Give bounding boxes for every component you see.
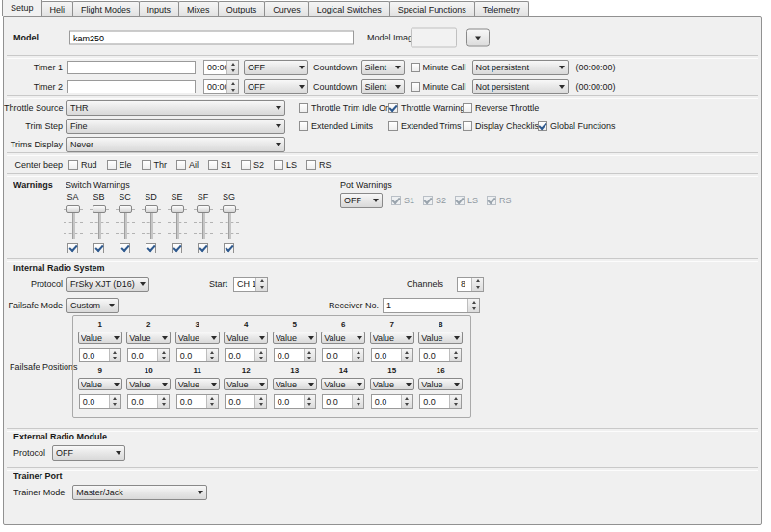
center-beep-s1-checkbox[interactable]: S1 bbox=[208, 160, 231, 170]
failsafe-type-select[interactable]: Value bbox=[78, 332, 122, 344]
timer-2-time-spinbox[interactable]: 00:00 bbox=[203, 79, 239, 94]
timer-2-mode-select[interactable]: OFF bbox=[244, 79, 308, 94]
failsafe-value-spinbox[interactable]: 0.0 bbox=[79, 348, 121, 362]
spinner-up-icon[interactable] bbox=[227, 80, 238, 87]
spinner-down-icon[interactable] bbox=[158, 402, 169, 409]
tab-mixes[interactable]: Mixes bbox=[178, 1, 219, 16]
switch-position-slider[interactable] bbox=[64, 204, 83, 239]
trims-display-select[interactable]: Never bbox=[66, 137, 285, 152]
spinner-down-icon[interactable] bbox=[227, 87, 238, 93]
timer-1-mode-select[interactable]: OFF bbox=[244, 60, 308, 75]
failsafe-value-spinbox[interactable]: 0.0 bbox=[176, 394, 219, 409]
timer-2-persistence-select[interactable]: Not persistent bbox=[472, 79, 569, 94]
failsafe-type-select[interactable]: Value bbox=[126, 378, 171, 390]
external-protocol-select[interactable]: OFF bbox=[52, 445, 125, 461]
tab-setup[interactable]: Setup bbox=[2, 0, 42, 16]
switch-warning-checkbox[interactable] bbox=[198, 243, 208, 253]
center-beep-ele-checkbox[interactable]: Ele bbox=[107, 160, 132, 170]
tab-outputs[interactable]: Outputs bbox=[218, 1, 266, 16]
timer-1-countdown-select[interactable]: Silent bbox=[361, 60, 405, 75]
spinner-down-icon[interactable] bbox=[227, 67, 238, 74]
throttle-trim-idle-only-checkbox[interactable]: Throttle Trim Idle Only bbox=[299, 103, 397, 113]
spinner-down-icon[interactable] bbox=[255, 356, 266, 362]
switch-warning-checkbox[interactable] bbox=[67, 243, 78, 253]
tab-heli[interactable]: Heli bbox=[41, 1, 74, 16]
failsafe-value-spinbox[interactable]: 0.0 bbox=[225, 394, 267, 409]
spinner-down-icon[interactable] bbox=[158, 356, 169, 362]
failsafe-type-select[interactable]: Value bbox=[370, 378, 414, 390]
failsafe-value-spinbox[interactable]: 0.0 bbox=[419, 394, 462, 409]
spinner-down-icon[interactable] bbox=[402, 356, 412, 362]
tab-logical-switches[interactable]: Logical Switches bbox=[308, 1, 390, 16]
failsafe-value-spinbox[interactable]: 0.0 bbox=[371, 348, 413, 362]
switch-warning-checkbox[interactable] bbox=[93, 243, 104, 253]
switch-position-slider[interactable] bbox=[220, 204, 239, 239]
switch-warning-checkbox[interactable] bbox=[224, 243, 234, 253]
extended-limits-checkbox[interactable]: Extended Limits bbox=[299, 121, 373, 131]
tab-special-functions[interactable]: Special Functions bbox=[389, 1, 475, 16]
spinner-up-icon[interactable] bbox=[227, 61, 238, 67]
throttle-warning-checkbox[interactable]: Throttle Warning bbox=[388, 103, 465, 113]
failsafe-mode-select[interactable]: Custom bbox=[66, 298, 119, 313]
center-beep-rs-checkbox[interactable]: RS bbox=[306, 160, 332, 170]
switch-warning-checkbox[interactable] bbox=[172, 243, 182, 253]
center-beep-thr-checkbox[interactable]: Thr bbox=[142, 160, 168, 170]
failsafe-type-select[interactable]: Value bbox=[126, 332, 171, 344]
tab-inputs[interactable]: Inputs bbox=[139, 1, 180, 16]
failsafe-value-spinbox[interactable]: 0.0 bbox=[225, 348, 267, 362]
failsafe-value-spinbox[interactable]: 0.0 bbox=[176, 348, 219, 362]
spinner-down-icon[interactable] bbox=[110, 402, 120, 409]
spinner-down-icon[interactable] bbox=[305, 402, 315, 409]
slider-handle[interactable] bbox=[66, 205, 80, 213]
spinner-down-icon[interactable] bbox=[468, 306, 479, 312]
start-channel-spinbox[interactable]: CH 1 bbox=[233, 277, 268, 292]
timer-1-persistence-select[interactable]: Not persistent bbox=[472, 60, 569, 75]
failsafe-type-select[interactable]: Value bbox=[224, 378, 268, 390]
timer-1-name-input[interactable] bbox=[67, 61, 196, 74]
timer-2-minute-call-checkbox[interactable]: Minute Call bbox=[411, 82, 466, 92]
failsafe-type-select[interactable]: Value bbox=[321, 378, 365, 390]
switch-warning-checkbox[interactable] bbox=[120, 243, 130, 253]
failsafe-value-spinbox[interactable]: 0.0 bbox=[79, 394, 121, 409]
spinner-down-icon[interactable] bbox=[305, 356, 315, 362]
spinner-down-icon[interactable] bbox=[402, 402, 412, 409]
failsafe-type-select[interactable]: Value bbox=[321, 332, 365, 344]
switch-position-slider[interactable] bbox=[194, 204, 213, 239]
spinner-down-icon[interactable] bbox=[353, 402, 363, 409]
tab-telemetry[interactable]: Telemetry bbox=[474, 1, 529, 16]
center-beep-s2-checkbox[interactable]: S2 bbox=[241, 160, 264, 170]
failsafe-value-spinbox[interactable]: 0.0 bbox=[322, 394, 364, 409]
model-image-select[interactable] bbox=[411, 28, 457, 48]
pot-warnings-select[interactable]: OFF bbox=[340, 193, 383, 208]
failsafe-value-spinbox[interactable]: 0.0 bbox=[127, 348, 170, 362]
slider-handle[interactable] bbox=[119, 205, 132, 213]
spinner-up-icon[interactable] bbox=[472, 278, 483, 284]
display-checklist-checkbox[interactable]: Display Checklist bbox=[463, 121, 542, 131]
failsafe-value-spinbox[interactable]: 0.0 bbox=[127, 394, 170, 409]
spinner-down-icon[interactable] bbox=[255, 402, 266, 409]
failsafe-type-select[interactable]: Value bbox=[175, 378, 220, 390]
center-beep-ls-checkbox[interactable]: LS bbox=[274, 160, 297, 170]
slider-handle[interactable] bbox=[171, 205, 184, 213]
spinner-down-icon[interactable] bbox=[472, 284, 483, 291]
tab-flight-modes[interactable]: Flight Modes bbox=[72, 1, 140, 16]
slider-handle[interactable] bbox=[223, 205, 236, 213]
timer-1-time-spinbox[interactable]: 00:00 bbox=[203, 60, 239, 75]
failsafe-type-select[interactable]: Value bbox=[418, 378, 463, 390]
throttle-source-select[interactable]: THR bbox=[66, 100, 285, 116]
internal-protocol-select[interactable]: FrSky XJT (D16) bbox=[66, 277, 149, 292]
failsafe-type-select[interactable]: Value bbox=[418, 332, 463, 344]
channels-spinbox[interactable]: 8 bbox=[457, 277, 484, 292]
spinner-down-icon[interactable] bbox=[207, 356, 218, 362]
failsafe-type-select[interactable]: Value bbox=[224, 332, 268, 344]
tab-curves[interactable]: Curves bbox=[264, 1, 309, 16]
slider-handle[interactable] bbox=[93, 205, 106, 213]
spinner-down-icon[interactable] bbox=[110, 356, 120, 362]
spinner-down-icon[interactable] bbox=[207, 402, 218, 409]
model-name-input[interactable] bbox=[69, 31, 354, 45]
slider-handle[interactable] bbox=[197, 205, 210, 213]
spinner-up-icon[interactable] bbox=[468, 299, 479, 306]
global-functions-checkbox[interactable]: Global Functions bbox=[538, 121, 616, 131]
failsafe-value-spinbox[interactable]: 0.0 bbox=[274, 394, 316, 409]
reverse-throttle-checkbox[interactable]: Reverse Throttle bbox=[463, 103, 539, 113]
